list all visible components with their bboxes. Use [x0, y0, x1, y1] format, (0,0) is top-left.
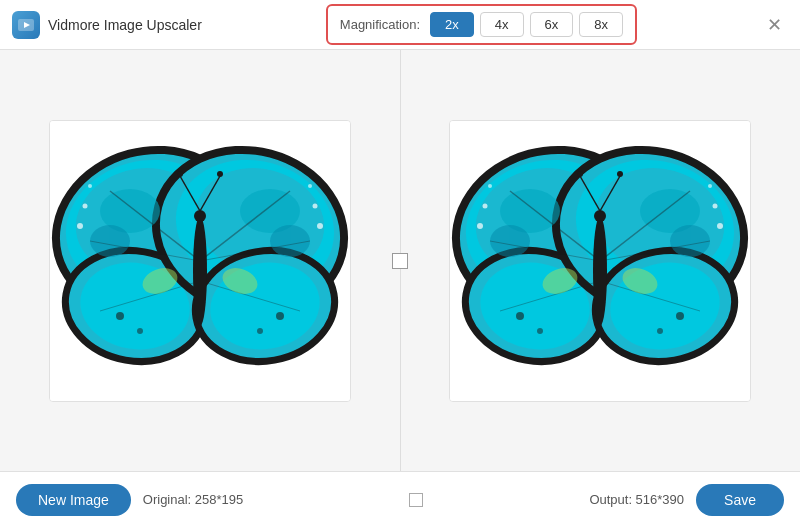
- output-info: Output: 516*390: [589, 492, 684, 507]
- close-button[interactable]: ✕: [761, 14, 788, 36]
- bottom-left-group: New Image Original: 258*195: [16, 484, 243, 516]
- svg-point-40: [308, 184, 312, 188]
- original-butterfly-image: [50, 121, 350, 401]
- output-image-panel: [401, 50, 801, 471]
- svg-point-80: [488, 184, 492, 188]
- svg-point-63: [670, 225, 710, 257]
- svg-point-76: [577, 171, 583, 177]
- svg-point-38: [317, 223, 323, 229]
- main-content: [0, 50, 800, 471]
- mag-btn-2x[interactable]: 2x: [430, 12, 474, 37]
- svg-point-18: [90, 225, 130, 257]
- output-butterfly-image: [450, 121, 750, 401]
- svg-point-29: [193, 216, 207, 326]
- svg-point-33: [177, 171, 183, 177]
- output-image-box: [449, 120, 751, 402]
- app-name: Vidmore Image Upscaler: [48, 17, 202, 33]
- svg-point-78: [477, 223, 483, 229]
- svg-point-35: [77, 223, 83, 229]
- svg-point-83: [708, 184, 712, 188]
- bottom-right-group: Output: 516*390 Save: [589, 484, 784, 516]
- svg-point-39: [312, 203, 317, 208]
- center-divider-info: [409, 493, 423, 507]
- svg-point-43: [276, 312, 284, 320]
- svg-point-85: [537, 328, 543, 334]
- svg-point-82: [713, 203, 718, 208]
- image-divider: [400, 50, 401, 471]
- svg-point-61: [490, 225, 530, 257]
- bottom-bar: New Image Original: 258*195 Output: 516*…: [0, 471, 800, 527]
- center-divider-box: [409, 493, 423, 507]
- svg-point-30: [194, 210, 206, 222]
- svg-point-87: [657, 328, 663, 334]
- save-button[interactable]: Save: [696, 484, 784, 516]
- app-icon: [12, 11, 40, 39]
- original-image-panel: [0, 50, 400, 471]
- svg-point-81: [717, 223, 723, 229]
- new-image-button[interactable]: New Image: [16, 484, 131, 516]
- svg-point-34: [217, 171, 223, 177]
- app-title-group: Vidmore Image Upscaler: [12, 11, 202, 39]
- title-bar: Vidmore Image Upscaler Magnification: 2x…: [0, 0, 800, 50]
- svg-point-44: [257, 328, 263, 334]
- original-image-box: [49, 120, 351, 402]
- original-info: Original: 258*195: [143, 492, 243, 507]
- mag-btn-8x[interactable]: 8x: [579, 12, 623, 37]
- magnification-controls: Magnification: 2x 4x 6x 8x: [326, 4, 637, 45]
- mag-btn-6x[interactable]: 6x: [530, 12, 574, 37]
- svg-point-20: [270, 225, 310, 257]
- svg-point-86: [676, 312, 684, 320]
- svg-point-84: [516, 312, 524, 320]
- magnification-label: Magnification:: [340, 17, 420, 32]
- mag-btn-4x[interactable]: 4x: [480, 12, 524, 37]
- svg-point-37: [88, 184, 92, 188]
- svg-point-41: [116, 312, 124, 320]
- svg-point-36: [82, 203, 87, 208]
- svg-point-73: [594, 210, 606, 222]
- svg-point-79: [483, 203, 488, 208]
- svg-point-72: [593, 216, 607, 326]
- svg-point-77: [617, 171, 623, 177]
- svg-point-42: [137, 328, 143, 334]
- divider-icon: [392, 253, 408, 269]
